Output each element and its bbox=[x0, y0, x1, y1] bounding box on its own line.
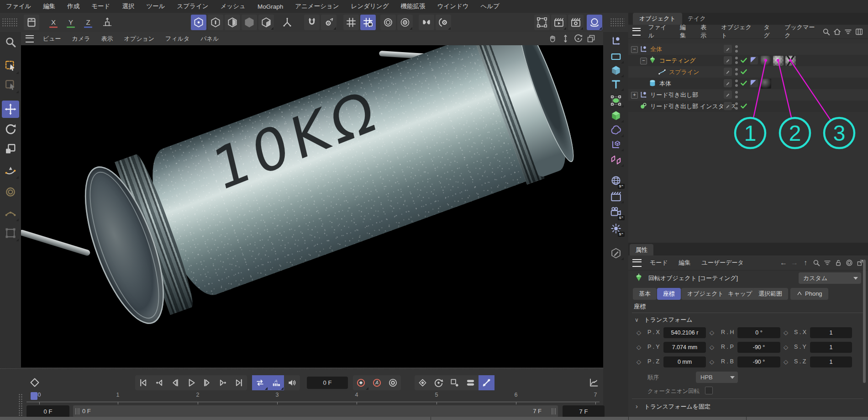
layer-toggle[interactable] bbox=[724, 68, 732, 76]
range-start-field[interactable]: 0 F bbox=[26, 405, 69, 418]
menu-create[interactable]: 作成 bbox=[61, 2, 85, 11]
om-menu-edit[interactable]: 編集 bbox=[675, 23, 695, 40]
next-frame-button[interactable] bbox=[199, 375, 215, 390]
sky-object-button[interactable]: ST bbox=[607, 173, 624, 188]
dolly-view-icon[interactable] bbox=[561, 34, 570, 43]
texture-mode-button[interactable] bbox=[225, 15, 240, 30]
key-diamond-icon[interactable]: ◇ bbox=[710, 344, 714, 351]
snap-button[interactable] bbox=[304, 15, 320, 30]
attributes-menu-icon[interactable] bbox=[632, 259, 642, 267]
freeze-group-header[interactable]: › トランスフォームを固定 bbox=[636, 402, 710, 411]
visibility-dots[interactable] bbox=[735, 91, 738, 99]
pan-view-icon[interactable] bbox=[548, 34, 558, 43]
render-settings-button[interactable] bbox=[568, 15, 584, 30]
rb-field[interactable]: -90 ° bbox=[737, 356, 780, 367]
menu-select[interactable]: 選択 bbox=[116, 2, 140, 11]
visibility-dots[interactable] bbox=[735, 80, 738, 87]
attr-menu-mode[interactable]: モード bbox=[644, 259, 673, 267]
object-label[interactable]: コーティング bbox=[659, 57, 696, 65]
tab-phong[interactable]: Phong bbox=[790, 288, 828, 300]
picture-viewer-button[interactable] bbox=[587, 15, 602, 30]
metaball-button[interactable] bbox=[607, 122, 624, 138]
rotate-tool-button[interactable] bbox=[2, 120, 19, 138]
menu-render[interactable]: レンダリング bbox=[345, 2, 395, 11]
workplane-button[interactable] bbox=[607, 137, 624, 152]
tree-row-whole[interactable]: − 全体 bbox=[628, 43, 868, 55]
tree-row-lead-instance[interactable]: リード引き出し部 インスタンス bbox=[628, 101, 868, 112]
target-button[interactable] bbox=[380, 15, 396, 30]
symmetry-toggle-button[interactable] bbox=[419, 15, 434, 30]
play-mode-button[interactable]: A bbox=[268, 375, 284, 390]
pen-tool-button[interactable] bbox=[2, 162, 19, 179]
content-browser-button[interactable] bbox=[24, 15, 39, 30]
viewport-menu-icon[interactable] bbox=[26, 35, 34, 43]
circle-spline-button[interactable] bbox=[2, 183, 19, 201]
render-region-button[interactable] bbox=[534, 15, 550, 30]
om-home-icon[interactable] bbox=[833, 27, 842, 36]
goto-end-button[interactable] bbox=[231, 375, 247, 390]
collapse-toggle[interactable]: − bbox=[640, 58, 647, 64]
object-manager-menu-icon[interactable] bbox=[632, 28, 641, 36]
menu-extensions[interactable]: 機能拡張 bbox=[395, 2, 431, 11]
layer-toggle[interactable] bbox=[724, 56, 732, 64]
pz-field[interactable]: 0 mm bbox=[663, 356, 706, 367]
grid-button[interactable] bbox=[343, 15, 359, 30]
enabled-check-icon[interactable] bbox=[740, 68, 748, 76]
timeline-grip[interactable] bbox=[18, 393, 23, 417]
toolbar-drag-grip[interactable] bbox=[2, 18, 18, 27]
key-diamond-icon[interactable]: ◇ bbox=[710, 358, 714, 365]
scale-tool-button[interactable] bbox=[2, 140, 19, 157]
key-diamond-icon[interactable]: ◇ bbox=[784, 329, 788, 336]
om-menu-bookmarks[interactable]: ブックマーク bbox=[779, 23, 822, 40]
menu-file[interactable]: ファイル bbox=[0, 2, 37, 11]
viewport-menu-options[interactable]: オプション bbox=[119, 35, 160, 43]
tree-row-coating[interactable]: − コーティング bbox=[628, 55, 868, 66]
expand-toggle[interactable]: + bbox=[631, 92, 638, 99]
toolbar-right-grip[interactable] bbox=[610, 18, 625, 27]
phong-tag[interactable] bbox=[750, 56, 758, 64]
layer-toggle[interactable] bbox=[724, 102, 732, 110]
viewport-menu-panel[interactable]: パネル bbox=[195, 35, 224, 43]
layer-toggle[interactable] bbox=[724, 90, 732, 99]
key-diamond-icon[interactable]: ◇ bbox=[637, 329, 641, 336]
key-diamond-icon[interactable]: ◇ bbox=[637, 344, 641, 351]
world-axis-button[interactable] bbox=[100, 15, 115, 30]
axis-lock-y-button[interactable]: Y bbox=[64, 16, 78, 28]
orbit-view-icon[interactable] bbox=[573, 34, 583, 43]
key-diamond-icon[interactable]: ◇ bbox=[784, 344, 788, 351]
enabled-check-icon[interactable] bbox=[740, 102, 748, 110]
preview-range-slider[interactable]: 0 F 7 F bbox=[73, 405, 558, 417]
key-pla-button[interactable] bbox=[479, 375, 494, 390]
viewport-menu-view[interactable]: ビュー bbox=[37, 35, 67, 43]
history-back-icon[interactable]: ← bbox=[779, 259, 788, 267]
key-parameter-button[interactable] bbox=[463, 375, 479, 390]
attr-filter-icon[interactable] bbox=[823, 259, 831, 267]
om-filter-icon[interactable] bbox=[844, 27, 852, 36]
om-menu-file[interactable]: ファイル bbox=[643, 23, 675, 40]
quantize-button[interactable] bbox=[360, 15, 376, 30]
key-scale-button[interactable] bbox=[447, 375, 463, 390]
play-button[interactable] bbox=[183, 375, 199, 390]
light-object-button[interactable]: ST bbox=[607, 221, 624, 236]
object-label[interactable]: リード引き出し部 bbox=[650, 91, 698, 99]
add-keyframe-button[interactable] bbox=[28, 376, 41, 389]
viewport-menu-display[interactable]: 表示 bbox=[96, 35, 119, 43]
visibility-dots[interactable] bbox=[735, 57, 738, 64]
autokey-button[interactable]: A bbox=[369, 375, 385, 390]
om-menu-objects[interactable]: オブジェクト bbox=[716, 23, 758, 40]
om-search-icon[interactable] bbox=[822, 27, 831, 36]
preset-dropdown[interactable]: カスタム bbox=[799, 272, 861, 284]
viewport-menu-camera[interactable]: カメラ bbox=[67, 35, 96, 43]
material-tag-1[interactable] bbox=[761, 56, 771, 66]
layer-toggle[interactable] bbox=[724, 79, 732, 87]
sketch-style-button[interactable] bbox=[607, 245, 624, 261]
tree-row-lead[interactable]: + リード引き出し部 bbox=[628, 89, 868, 101]
om-menu-tags[interactable]: タグ bbox=[759, 23, 780, 40]
material-tag-2[interactable] bbox=[773, 56, 784, 66]
cube-primitive-button[interactable] bbox=[607, 63, 624, 78]
viewport-canvas[interactable]: 10KΩ bbox=[21, 45, 603, 367]
parent-object-icon[interactable]: ↑ bbox=[801, 259, 810, 267]
volume-builder-button[interactable] bbox=[607, 108, 624, 123]
attr-search-icon[interactable] bbox=[812, 259, 821, 267]
collapse-toggle[interactable]: − bbox=[631, 46, 638, 53]
